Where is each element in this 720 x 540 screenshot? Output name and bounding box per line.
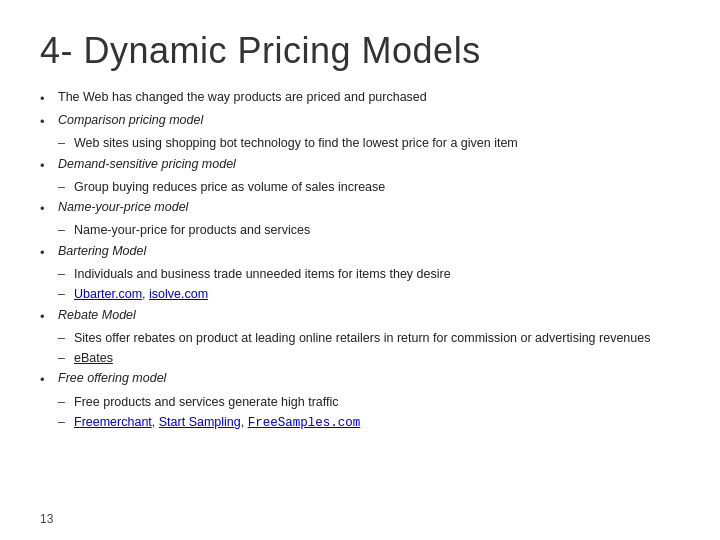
freemerchant-link[interactable]: Freemerchant xyxy=(74,415,152,429)
dash-icon: – xyxy=(58,413,74,432)
ebates-link[interactable]: eBates xyxy=(74,351,113,365)
bullet-7: • Free offering model xyxy=(40,369,680,390)
dash-icon: – xyxy=(58,349,74,368)
sub-text-6-1: Sites offer rebates on product at leadin… xyxy=(74,329,680,348)
dash-icon: – xyxy=(58,285,74,304)
sub-item-6-1: – Sites offer rebates on product at lead… xyxy=(58,329,680,348)
slide-content: • The Web has changed the way products a… xyxy=(40,88,680,433)
dash-icon: – xyxy=(58,178,74,197)
bullet-text-4: Name-your-price model xyxy=(58,198,680,217)
sub-text-4-1: Name-your-price for products and service… xyxy=(74,221,680,240)
bullet-icon-7: • xyxy=(40,369,58,390)
sub-text-7-1: Free products and services generate high… xyxy=(74,393,680,412)
sub-item-6-2: – eBates xyxy=(58,349,680,368)
bullet-icon-6: • xyxy=(40,306,58,327)
slide-title: 4- Dynamic Pricing Models xyxy=(40,30,680,72)
bullet-1: • The Web has changed the way products a… xyxy=(40,88,680,109)
sub-text-7-2: Freemerchant, Start Sampling, FreeSample… xyxy=(74,413,680,433)
bullet-4: • Name-your-price model xyxy=(40,198,680,219)
sub-item-7-2: – Freemerchant, Start Sampling, FreeSamp… xyxy=(58,413,680,433)
bullet-text-1: The Web has changed the way products are… xyxy=(58,88,680,107)
sub-item-7-1: – Free products and services generate hi… xyxy=(58,393,680,412)
sub-item-4-1: – Name-your-price for products and servi… xyxy=(58,221,680,240)
bullet-text-7: Free offering model xyxy=(58,369,680,388)
dash-icon: – xyxy=(58,393,74,412)
bullet-text-3: Demand-sensitive pricing model xyxy=(58,155,680,174)
bullet-6: • Rebate Model xyxy=(40,306,680,327)
bullet-text-2: Comparison pricing model xyxy=(58,111,680,130)
ubarter-link[interactable]: Ubarter.com xyxy=(74,287,142,301)
slide-container: 4- Dynamic Pricing Models • The Web has … xyxy=(0,0,720,540)
bullet-icon-5: • xyxy=(40,242,58,263)
sub-item-5-2: – Ubarter.com, isolve.com xyxy=(58,285,680,304)
isolve-link[interactable]: isolve.com xyxy=(149,287,208,301)
sub-text-2-1: Web sites using shopping bot technology … xyxy=(74,134,680,153)
bullet-icon-3: • xyxy=(40,155,58,176)
bullet-text-6: Rebate Model xyxy=(58,306,680,325)
dash-icon: – xyxy=(58,134,74,153)
dash-icon: – xyxy=(58,265,74,284)
sub-item-3-1: – Group buying reduces price as volume o… xyxy=(58,178,680,197)
freesamples-link[interactable]: FreeSamples.com xyxy=(248,416,361,430)
sub-text-5-2: Ubarter.com, isolve.com xyxy=(74,285,680,304)
bullet-3: • Demand-sensitive pricing model xyxy=(40,155,680,176)
bullet-2: • Comparison pricing model xyxy=(40,111,680,132)
bullet-text-5: Bartering Model xyxy=(58,242,680,261)
page-number: 13 xyxy=(40,512,53,526)
bullet-icon-2: • xyxy=(40,111,58,132)
bullet-icon-4: • xyxy=(40,198,58,219)
sub-text-3-1: Group buying reduces price as volume of … xyxy=(74,178,680,197)
sub-text-6-2: eBates xyxy=(74,349,680,368)
bullet-5: • Bartering Model xyxy=(40,242,680,263)
sub-text-5-1: Individuals and business trade unneeded … xyxy=(74,265,680,284)
sub-item-5-1: – Individuals and business trade unneede… xyxy=(58,265,680,284)
bullet-icon-1: • xyxy=(40,88,58,109)
sub-item-2-1: – Web sites using shopping bot technolog… xyxy=(58,134,680,153)
dash-icon: – xyxy=(58,329,74,348)
start-sampling-link[interactable]: Start Sampling xyxy=(159,415,241,429)
dash-icon: – xyxy=(58,221,74,240)
